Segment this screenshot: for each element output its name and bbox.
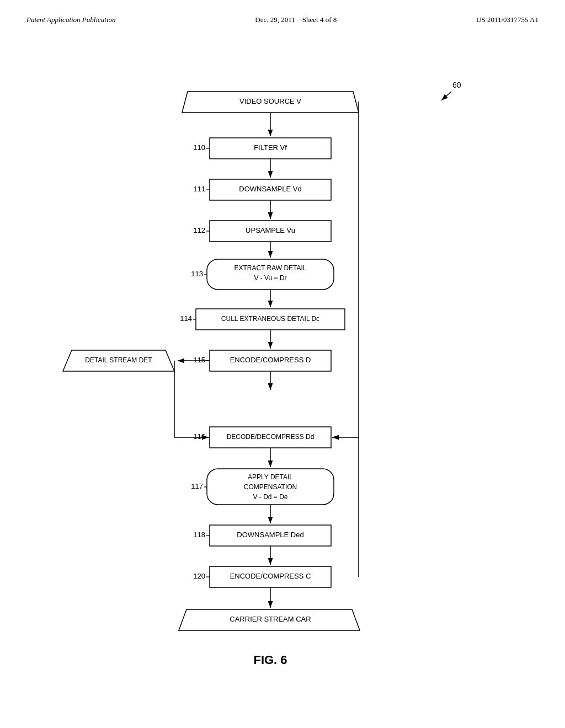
extract-label-1: EXTRACT RAW DETAIL (234, 264, 306, 272)
apply-detail-label-3: V - Dd = De (253, 493, 287, 501)
ref-111: 111 (193, 185, 205, 193)
header-date-sheet: Dec. 29, 2011 Sheet 4 of 8 (255, 15, 337, 24)
ref-114: 114 (180, 314, 192, 323)
apply-detail-label-2: COMPENSATION (244, 483, 297, 491)
ref-120: 120 (193, 572, 205, 580)
ref-113: 113 (191, 270, 203, 278)
encode1-label: ENCODE/COMPRESS D (230, 356, 311, 364)
page-header: Patent Application Publication Dec. 29, … (0, 0, 565, 24)
video-source-label: VIDEO SOURCE V (239, 97, 301, 105)
ref-110: 110 (193, 143, 205, 152)
ref-115: 115 (193, 356, 205, 364)
decode-label: DECODE/DECOMPRESS Dd (227, 433, 315, 441)
ref-112: 112 (193, 226, 205, 234)
cull-label: CULL EXTRANEOUS DETAIL Dc (221, 315, 319, 323)
header-patent-number: US 2011/0317755 A1 (476, 15, 539, 24)
ref-118: 118 (193, 531, 205, 539)
header-publication-type: Patent Application Publication (26, 15, 116, 24)
extract-label-2: V - Vu = Dr (254, 274, 286, 282)
upsample-label: UPSAMPLE Vu (246, 226, 295, 234)
carrier-stream-label: CARRIER STREAM CAR (230, 615, 311, 623)
ref-116: 116 (193, 432, 205, 441)
downsample-label: DOWNSAMPLE Vd (239, 185, 301, 193)
fig-ref-number: 60 (452, 81, 461, 89)
flowchart-svg: 60 VIDEO SOURCE V FILTER Vf 110 DOWNSAMP… (0, 30, 565, 714)
fig-label: FIG. 6 (253, 653, 287, 667)
ref-117: 117 (191, 482, 203, 490)
downsample2-label: DOWNSAMPLE Ded (237, 531, 303, 539)
apply-detail-label-1: APPLY DETAIL (248, 473, 293, 481)
filter-label: FILTER Vf (254, 143, 287, 152)
encode2-label: ENCODE/COMPRESS C (230, 572, 311, 580)
detail-stream-label: DETAIL STREAM DET (85, 356, 152, 364)
diagram-container: 60 VIDEO SOURCE V FILTER Vf 110 DOWNSAMP… (0, 30, 565, 714)
fig-ref-arrow (441, 92, 451, 100)
